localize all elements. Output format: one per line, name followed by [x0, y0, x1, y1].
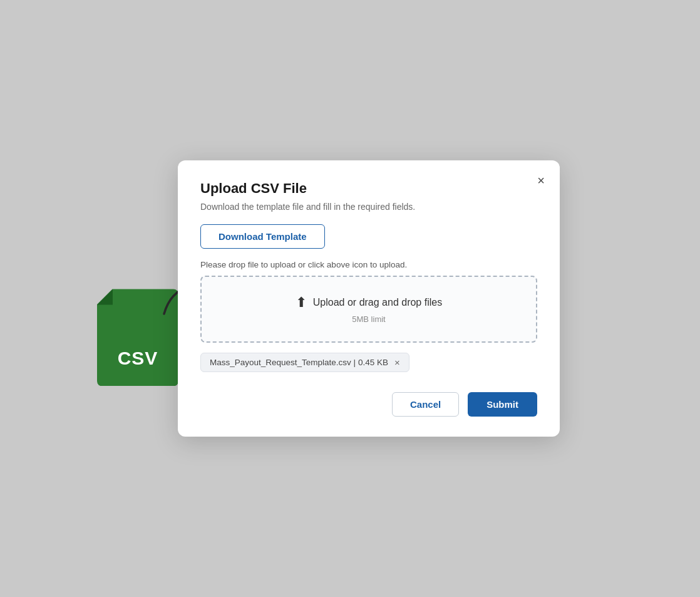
csv-file-corner [97, 289, 113, 304]
cancel-button[interactable]: Cancel [392, 392, 459, 417]
file-chip-remove-button[interactable]: × [394, 358, 400, 367]
drop-instruction: Please drop file to upload or click abov… [200, 260, 537, 269]
csv-file-icon: CSV [97, 289, 178, 386]
upload-csv-modal: × Upload CSV File Download the template … [178, 160, 560, 437]
drop-zone-content: ⬆ Upload or drag and drop files [296, 294, 442, 311]
file-chip: Mass_Payout_Request_Template.csv | 0.45 … [200, 353, 409, 372]
drop-zone[interactable]: ⬆ Upload or drag and drop files 5MB limi… [200, 276, 537, 343]
upload-icon: ⬆ [296, 294, 307, 311]
modal-subtitle: Download the template file and fill in t… [200, 202, 537, 212]
csv-file-icon-wrapper: CSV [97, 289, 178, 386]
size-limit-label: 5MB limit [352, 314, 385, 324]
submit-button[interactable]: Submit [468, 392, 537, 417]
drop-zone-label: Upload or drag and drop files [313, 297, 442, 308]
file-name-label: Mass_Payout_Request_Template.csv | 0.45 … [210, 358, 388, 367]
download-template-button[interactable]: Download Template [200, 224, 325, 249]
close-button[interactable]: × [535, 172, 547, 189]
backdrop: CSV × Upload CSV File Download the templ… [0, 0, 700, 597]
csv-file-label: CSV [118, 347, 158, 368]
modal-title: Upload CSV File [200, 180, 537, 197]
modal-footer: Cancel Submit [200, 392, 537, 417]
